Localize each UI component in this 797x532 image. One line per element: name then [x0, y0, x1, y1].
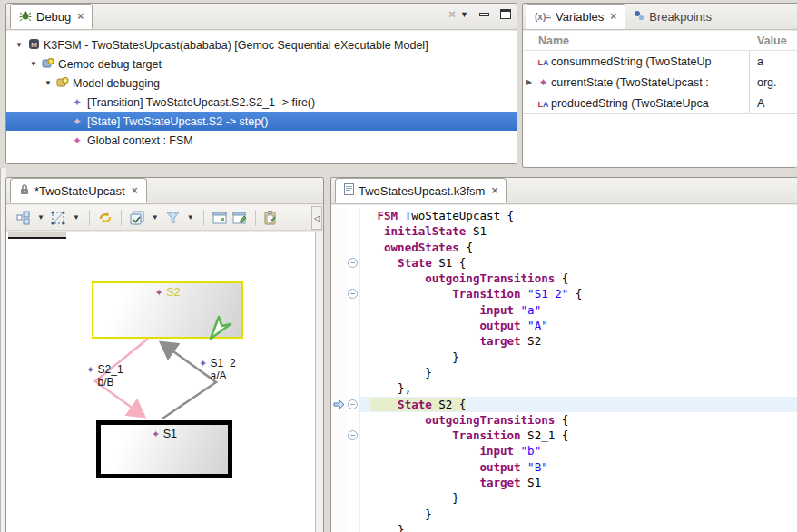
fold-margin[interactable]: −	[347, 397, 360, 412]
layers-icon[interactable]	[127, 208, 148, 228]
window-edit-icon[interactable]	[230, 208, 250, 228]
tab-code-label: TwoStatesUpcast.k3fsm	[359, 184, 485, 198]
fold-collapse-icon[interactable]: −	[348, 399, 358, 409]
fold-collapse-icon[interactable]: −	[348, 430, 358, 440]
fold-margin[interactable]: −	[347, 428, 360, 443]
code-text[interactable]: }	[360, 365, 797, 380]
state-S1[interactable]: ✦ S1	[96, 420, 232, 478]
code-line-10[interactable]: }	[331, 350, 797, 365]
tab-debug-close-icon[interactable]: ×	[77, 10, 84, 23]
debug-tree-item-2[interactable]: ▼Model debugging	[6, 74, 517, 93]
view-menu-icon[interactable]: ▼	[460, 10, 468, 19]
code-text[interactable]: outgoingTransitions {	[360, 412, 797, 428]
diagram-canvas[interactable]: ✦ S2 ✦ S1 ✦ S2_1b/B ✦ S1	[6, 232, 323, 532]
dropdown-arrow-icon[interactable]: ▼	[148, 213, 162, 222]
tab-debug[interactable]: Debug ×	[10, 4, 93, 29]
expander-expanded-icon[interactable]: ▼	[12, 41, 26, 49]
variable-row-2[interactable]: LAproducedString (TwoStateUpcaA	[523, 93, 797, 113]
variable-row-0[interactable]: LAconsummedString (TwoStateUpa	[523, 51, 797, 72]
code-line-17[interactable]: output "B"	[331, 459, 797, 475]
code-text[interactable]: },	[360, 380, 797, 396]
debug-tree-item-0[interactable]: ▼MK3FSM - TwoStatesUpcast(abababa) [Gemo…	[6, 35, 517, 54]
toolbar-collapse-button[interactable]: ◁	[311, 206, 322, 230]
code-line-12[interactable]: },	[331, 380, 797, 396]
expander-expanded-icon[interactable]: ▼	[26, 60, 41, 68]
tab-variables[interactable]: (x)= Variables ×	[526, 4, 625, 29]
code-line-3[interactable]: ownedStates {	[331, 240, 797, 255]
tab-diagram-close-icon[interactable]: ×	[132, 184, 138, 197]
code-line-16[interactable]: input "b"	[331, 443, 797, 458]
code-text[interactable]: State S2 {	[360, 397, 797, 412]
code-text[interactable]: }	[360, 522, 797, 532]
debug-tree-item-4[interactable]: ✦[State] TwoStateUpcast.S2 -> step()	[6, 112, 517, 131]
code-text[interactable]: input "a"	[360, 302, 797, 318]
transition-S2_1-label[interactable]: ✦ S2_1b/B	[86, 363, 123, 389]
transition-S1_2-label[interactable]: ✦ S1_2a/A	[199, 357, 236, 382]
dropdown-arrow-icon[interactable]: ▼	[34, 213, 48, 222]
fold-collapse-icon[interactable]: −	[348, 289, 358, 299]
code-line-2[interactable]: initialState S1	[331, 223, 797, 239]
code-line-18[interactable]: target S1	[331, 475, 797, 490]
code-line-21[interactable]: }	[331, 522, 797, 532]
fold-margin[interactable]: −	[347, 286, 360, 301]
tab-code-close-icon[interactable]: ×	[491, 184, 497, 197]
code-line-8[interactable]: output "A"	[331, 318, 797, 333]
fold-margin[interactable]: −	[347, 255, 360, 271]
code-area[interactable]: FSM TwoStateUpcast { initialState S1 own…	[331, 205, 797, 532]
refresh-icon[interactable]	[95, 208, 115, 228]
variable-row-1[interactable]: ▶✦currentState (TwoStateUpcast :org.	[523, 72, 797, 93]
debug-tree-item-1[interactable]: ▼Gemoc debug target	[6, 54, 517, 74]
code-line-4[interactable]: − State S1 {	[331, 255, 797, 271]
dropdown-arrow-icon[interactable]: ▼	[183, 213, 198, 222]
tab-breakpoints[interactable]: Breakpoints	[625, 4, 720, 29]
code-text[interactable]: Transition "S1_2" {	[360, 286, 797, 301]
code-text[interactable]: Transition S2_1 {	[360, 428, 797, 443]
code-line-6[interactable]: − Transition "S1_2" {	[331, 286, 797, 301]
filter-icon[interactable]	[162, 208, 183, 228]
code-line-11[interactable]: }	[331, 365, 797, 380]
expander-collapsed-icon[interactable]: ▶	[523, 78, 536, 86]
code-line-9[interactable]: target S2	[331, 333, 797, 349]
tab-diagram[interactable]: *TwoStateUpcast ×	[10, 178, 147, 203]
code-text[interactable]: FSM TwoStateUpcast {	[360, 208, 797, 223]
code-text[interactable]: State S1 {	[360, 255, 797, 271]
code-line-13[interactable]: − State S2 {	[331, 397, 797, 412]
diagram-vertical-scrollbar[interactable]	[315, 232, 323, 532]
maximize-icon[interactable]	[500, 9, 511, 19]
code-text[interactable]: }	[360, 507, 797, 522]
marquee-icon[interactable]	[48, 208, 69, 228]
code-text[interactable]: target S1	[360, 475, 797, 490]
code-line-7[interactable]: input "a"	[331, 302, 797, 318]
code-editor: TwoStatesUpcast.k3fsm × FSM TwoStateUpca…	[330, 177, 797, 532]
window-icon[interactable]	[210, 208, 230, 228]
code-line-1[interactable]: FSM TwoStateUpcast {	[331, 208, 797, 223]
code-text[interactable]: output "B"	[360, 459, 797, 475]
code-text[interactable]: initialState S1	[360, 223, 797, 239]
debug-tree-item-3[interactable]: ✦[Transition] TwoStateUpcast.S2.S2_1 -> …	[6, 93, 517, 112]
code-text[interactable]: }	[360, 350, 797, 365]
code-text[interactable]: ownedStates {	[360, 240, 797, 255]
code-text[interactable]: output "A"	[360, 318, 797, 333]
remove-terminated-icon[interactable]: ××	[448, 7, 449, 21]
code-text[interactable]: }	[360, 490, 797, 506]
code-line-19[interactable]: }	[331, 490, 797, 506]
code-line-14[interactable]: outgoingTransitions {	[331, 412, 797, 428]
code-text[interactable]: input "b"	[360, 443, 797, 458]
tab-code[interactable]: TwoStatesUpcast.k3fsm ×	[335, 178, 507, 203]
variables-column-header[interactable]: Name Value	[523, 31, 797, 51]
code-line-20[interactable]: }	[331, 507, 797, 522]
expander-expanded-icon[interactable]: ▼	[41, 79, 55, 87]
annotation-margin	[331, 302, 347, 318]
layout-icon[interactable]	[14, 208, 34, 228]
debug-tree-item-5[interactable]: ✦Global context : FSM	[6, 131, 517, 150]
tab-variables-close-icon[interactable]: ×	[610, 10, 616, 23]
dropdown-arrow-icon[interactable]: ▼	[69, 213, 84, 222]
fold-collapse-icon[interactable]: −	[348, 258, 358, 268]
minimize-icon[interactable]	[479, 13, 489, 16]
code-text[interactable]: target S2	[360, 333, 797, 349]
code-line-15[interactable]: − Transition S2_1 {	[331, 428, 797, 443]
code-text[interactable]: outgoingTransitions {	[360, 271, 797, 286]
clipboard-icon[interactable]	[261, 208, 280, 228]
code-line-5[interactable]: outgoingTransitions {	[331, 271, 797, 286]
state-S2[interactable]: ✦ S2	[92, 281, 243, 339]
